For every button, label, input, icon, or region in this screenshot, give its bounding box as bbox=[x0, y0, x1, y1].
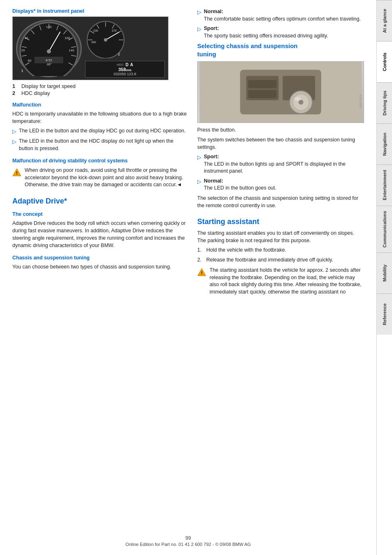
sidebar-tab-reference[interactable]: Reference bbox=[377, 294, 392, 335]
footer-text: Online Edition for Part no. 01 41 2 600 … bbox=[0, 542, 376, 547]
sidebar-tab-entertainment[interactable]: Entertainment bbox=[377, 164, 392, 206]
malfunction-bullets: ▷ The LED in the button and the display … bbox=[12, 127, 189, 152]
tuning-bullets: ▷ Sport: The LED in the button lights up… bbox=[197, 153, 364, 192]
svg-text:270: 270 bbox=[112, 29, 117, 32]
starting-assistant-warning: ! The starting assistant holds the vehic… bbox=[197, 267, 364, 296]
press-button-text: Press the button. bbox=[197, 126, 364, 134]
warning-triangle-icon-2: ! bbox=[197, 268, 206, 277]
svg-text:60: 60 bbox=[28, 59, 32, 62]
sidebar-tab-driving-tips[interactable]: Driving tips bbox=[377, 82, 392, 123]
list-item-1: 1 Display for target speed bbox=[12, 83, 189, 89]
normal-bullet-2: ▷ Normal: The LED in the button goes out… bbox=[197, 178, 364, 192]
sidebar-tabs: At a glance Controls Driving tips Naviga… bbox=[376, 0, 392, 555]
svg-text:1: 1 bbox=[21, 69, 23, 73]
starting-assistant-heading: Starting assistant bbox=[197, 217, 364, 226]
malfunction-bullet-1: ▷ The LED in the button and the display … bbox=[12, 127, 189, 135]
adaptive-drive-heading: Adaptive Drive* bbox=[12, 197, 189, 206]
svg-point-38 bbox=[104, 38, 107, 42]
concept-body: Adaptive Drive reduces the body roll whi… bbox=[12, 220, 189, 250]
arrow-icon-sport: ▷ bbox=[197, 25, 201, 39]
malfunction-bullet-2: ▷ The LED in the button and the HDC disp… bbox=[12, 138, 189, 152]
sidebar-tab-at-a-glance[interactable]: At a glance bbox=[377, 0, 392, 41]
arrow-icon-1: ▷ bbox=[12, 128, 16, 135]
starting-assistant-body: The starting assistant enables you to st… bbox=[197, 229, 364, 244]
sidebar-tab-controls[interactable]: Controls bbox=[377, 41, 392, 82]
svg-text:140: 140 bbox=[69, 49, 74, 52]
system-switches-text: The system switches between the two chas… bbox=[197, 136, 364, 151]
arrow-icon-normal: ▷ bbox=[197, 9, 201, 23]
svg-text:2: 2 bbox=[118, 52, 120, 56]
svg-text:340: 340 bbox=[91, 41, 96, 44]
svg-point-21 bbox=[47, 49, 51, 53]
svg-rect-51 bbox=[248, 90, 277, 98]
sidebar-tab-mobility[interactable]: Mobility bbox=[377, 252, 392, 294]
normal-bullet-1: ▷ Normal: The comfortable basic setting … bbox=[197, 8, 364, 23]
steps-list: 1. Hold the vehicle with the footbrake. … bbox=[197, 247, 364, 264]
svg-text:200: 200 bbox=[93, 29, 98, 32]
concept-heading: The concept bbox=[12, 211, 189, 217]
arrow-icon-normal-2: ▷ bbox=[197, 178, 201, 192]
driving-stability-warning: ! When driving on poor roads, avoid usin… bbox=[12, 167, 189, 189]
svg-text:!: ! bbox=[16, 171, 17, 176]
selection-stored-text: The selection of the chassis and suspens… bbox=[197, 194, 364, 209]
hdc-display: HDC D A 358mis 032050 123.8 bbox=[85, 61, 165, 78]
suspension-image: WB512606 bbox=[197, 61, 364, 123]
instrument-panel-image: 40 20 60 120 160 140 8:52 bbox=[12, 16, 168, 80]
sidebar-tab-navigation[interactable]: Navigation bbox=[377, 123, 392, 164]
left-column: Displays* in instrument panel bbox=[12, 8, 189, 543]
step-1: 1. Hold the vehicle with the footbrake. bbox=[197, 247, 364, 254]
svg-text:8:52: 8:52 bbox=[46, 58, 52, 62]
speedometer-gauge: 40 20 60 120 160 140 8:52 bbox=[16, 20, 82, 77]
displays-heading: Displays* in instrument panel bbox=[12, 8, 189, 14]
page-footer: 99 Online Edition for Part no. 01 41 2 6… bbox=[0, 535, 376, 547]
warning-triangle-icon: ! bbox=[12, 168, 21, 177]
malfunction-heading: Malfunction bbox=[12, 102, 189, 108]
arrow-icon-2: ▷ bbox=[12, 138, 16, 152]
svg-rect-50 bbox=[248, 80, 277, 88]
list-item-2: 2 HDC display bbox=[12, 90, 189, 96]
sidebar-tab-communications[interactable]: Communications bbox=[377, 206, 392, 252]
svg-text:!: ! bbox=[201, 271, 202, 275]
svg-text:160: 160 bbox=[65, 36, 70, 40]
sport-bullet-1: ▷ Sport: The sporty basic setting offers… bbox=[197, 25, 364, 39]
right-gauge-area: 200 270 340 2 HDC D bbox=[85, 19, 165, 78]
display-num-list: 1 Display for target speed 2 HDC display bbox=[12, 83, 189, 96]
driving-stability-heading: Malfunction of driving stability control… bbox=[12, 158, 189, 164]
malfunction-body: HDC is temporarily unavailable in the fo… bbox=[12, 110, 189, 125]
page-number: 99 bbox=[0, 535, 376, 541]
chassis-suspension-body: You can choose between two types of chas… bbox=[12, 263, 189, 271]
svg-text:WB512606: WB512606 bbox=[359, 94, 362, 108]
sport-bullet-2: ▷ Sport: The LED in the button lights up… bbox=[197, 153, 364, 175]
selecting-heading: Selecting chassis and suspensiontuning bbox=[197, 42, 364, 58]
svg-text:40: 40 bbox=[25, 36, 28, 40]
top-bullets: ▷ Normal: The comfortable basic setting … bbox=[197, 8, 364, 39]
svg-point-49 bbox=[295, 97, 301, 101]
svg-text:20: 20 bbox=[21, 49, 25, 52]
chassis-suspension-heading: Chassis and suspension tuning bbox=[12, 255, 189, 261]
right-column: ▷ Normal: The comfortable basic setting … bbox=[197, 8, 364, 543]
svg-text:120: 120 bbox=[46, 25, 52, 29]
arrow-icon-sport-2: ▷ bbox=[197, 154, 201, 175]
svg-text:-86°: -86° bbox=[46, 63, 52, 66]
step-2: 2. Release the footbrake and immediately… bbox=[197, 257, 364, 264]
